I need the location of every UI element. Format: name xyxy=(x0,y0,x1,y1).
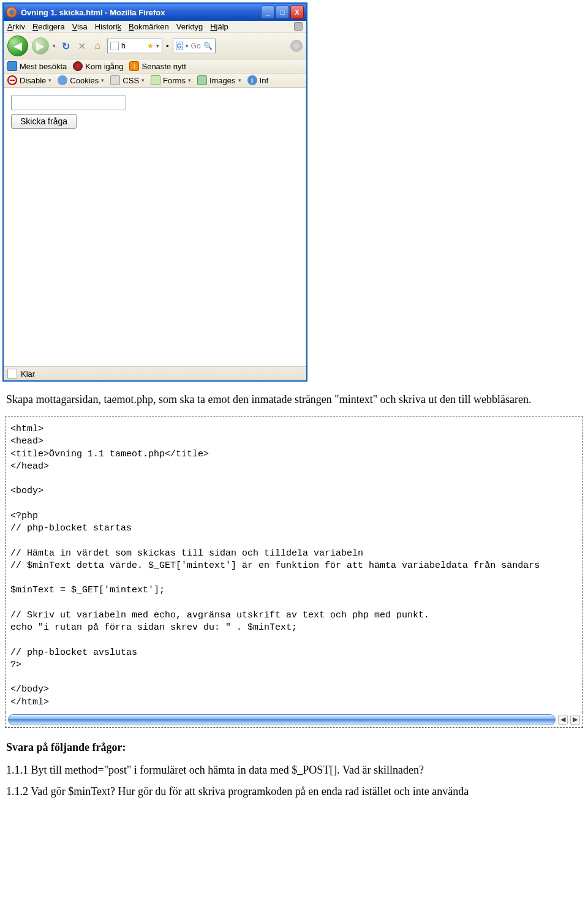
developer-toolbar: Disable ▾ Cookies ▾ CSS ▾ Forms ▾ Images… xyxy=(4,74,306,88)
history-dropdown-icon[interactable]: ▾ xyxy=(53,43,56,49)
questions-heading: Svara på följande frågor: xyxy=(6,741,582,754)
dev-cookies[interactable]: Cookies ▾ xyxy=(58,75,104,85)
code-line: </head> xyxy=(10,461,49,472)
firefox-icon xyxy=(6,7,17,18)
url-bar[interactable]: h ★ ▾ xyxy=(107,39,162,53)
rss-icon: ⌇ xyxy=(129,61,139,71)
menu-redigera[interactable]: Redigera xyxy=(32,22,65,31)
dev-label: CSS xyxy=(123,76,139,85)
question-1: 1.1.1 Byt till method="post" i formuläre… xyxy=(6,764,582,777)
submit-button[interactable]: Skicka fråga xyxy=(11,114,77,129)
code-line: // $minText detta värde. $_GET['mintext'… xyxy=(10,560,540,571)
dev-label: Inf xyxy=(260,76,268,85)
nav-toolbar: ◀ ▶ ▾ ↻ ✕ ⌂ h ★ ▾ • G ▾ Go 🔍 xyxy=(4,33,306,59)
google-icon: G xyxy=(176,42,183,50)
status-text: Klar xyxy=(21,369,35,379)
dev-label: Forms xyxy=(163,76,186,85)
search-bar[interactable]: G ▾ Go 🔍 xyxy=(173,39,216,53)
close-button[interactable]: X xyxy=(290,6,304,19)
user-icon xyxy=(58,75,67,85)
forward-button[interactable]: ▶ xyxy=(32,37,49,55)
bookmark-latest-news[interactable]: ⌇ Senaste nytt xyxy=(129,61,186,71)
document-text: Skapa mottagarsidan, taemot.php, som ska… xyxy=(0,382,588,407)
status-page-icon xyxy=(7,369,17,379)
menu-arkiv[interactable]: Arkiv xyxy=(7,22,25,31)
menu-historik[interactable]: Historik xyxy=(95,22,121,31)
menu-bokmarken[interactable]: Bokmärken xyxy=(129,22,169,31)
code-line: </body> xyxy=(10,684,49,695)
throbber-icon xyxy=(290,40,303,52)
dev-css[interactable]: CSS ▾ xyxy=(110,75,145,85)
search-placeholder: Go xyxy=(191,42,201,50)
scroll-right-button[interactable]: ▶ xyxy=(570,715,580,725)
page-content: Skicka fråga xyxy=(4,88,306,366)
dev-images[interactable]: Images ▾ xyxy=(197,75,241,85)
code-line: </html> xyxy=(10,697,49,707)
code-line: // Hämta in värdet som skickas till sida… xyxy=(10,548,363,559)
dev-label: Images xyxy=(209,76,236,85)
info-icon: i xyxy=(247,75,257,85)
code-line: <?php xyxy=(10,511,38,521)
code-line: <html> xyxy=(10,424,43,434)
menu-verktyg[interactable]: Verktyg xyxy=(176,22,203,31)
code-line: <body> xyxy=(10,486,43,496)
chevron-down-icon: ▾ xyxy=(188,77,191,83)
menubar: Arkiv Redigera Visa Historik Bokmärken V… xyxy=(4,21,306,33)
bookmark-label: Mest besökta xyxy=(20,62,67,71)
url-dropdown-icon[interactable]: ▾ xyxy=(156,43,159,49)
chevron-down-icon: ▾ xyxy=(101,77,104,83)
code-line: // Skriv ut variabeln med echo, avgränsa… xyxy=(10,610,429,620)
intro-paragraph: Skapa mottagarsidan, taemot.php, som ska… xyxy=(6,393,582,407)
statusbar: Klar xyxy=(4,366,306,380)
code-block: <html> <head> <title>Övning 1.1 tameot.p… xyxy=(5,417,583,712)
restore-icon[interactable] xyxy=(294,22,303,31)
bookmark-label: Kom igång xyxy=(85,62,123,71)
code-line: <title>Övning 1.1 tameot.php</title> xyxy=(10,449,209,459)
code-line: $minText = $_GET['mintext']; xyxy=(10,585,165,595)
minimize-button[interactable]: _ xyxy=(261,6,274,19)
images-icon xyxy=(197,75,207,85)
bookmark-getting-started[interactable]: Kom igång xyxy=(73,61,123,71)
mozilla-icon xyxy=(73,61,83,71)
back-button[interactable]: ◀ xyxy=(7,36,28,56)
scrollbar-track[interactable] xyxy=(8,714,556,725)
maximize-button[interactable]: □ xyxy=(276,6,289,19)
code-line: echo "i rutan på förra sidan skrev du: "… xyxy=(10,622,297,633)
bookmark-label: Senaste nytt xyxy=(141,62,186,71)
dev-disable[interactable]: Disable ▾ xyxy=(7,75,51,85)
chevron-down-icon: ▾ xyxy=(48,77,51,83)
page-icon xyxy=(110,42,119,50)
scroll-left-button[interactable]: ◀ xyxy=(558,715,568,725)
dev-label: Cookies xyxy=(70,76,99,85)
bookmark-most-visited[interactable]: Mest besökta xyxy=(7,61,67,71)
search-engine-dropdown-icon[interactable]: ▾ xyxy=(186,43,189,49)
css-icon xyxy=(110,75,120,85)
chevron-down-icon: ▾ xyxy=(238,77,241,83)
forms-icon xyxy=(151,75,160,85)
question-2: 1.1.2 Vad gör $minText? Hur gör du för a… xyxy=(6,785,582,798)
code-line: // php-blocket startas xyxy=(10,523,132,534)
mintext-input[interactable] xyxy=(11,96,126,110)
firefox-window: Övning 1. skicka.html - Mozilla Firefox … xyxy=(2,2,307,382)
folder-icon xyxy=(7,61,17,71)
code-line: ?> xyxy=(10,660,21,670)
reload-button[interactable]: ↻ xyxy=(59,40,72,52)
questions-section: Svara på följande frågor: 1.1.1 Byt till… xyxy=(0,728,588,798)
url-text: h xyxy=(121,42,126,50)
window-title: Övning 1. skicka.html - Mozilla Firefox xyxy=(21,8,261,17)
chevron-down-icon: ▾ xyxy=(141,77,145,83)
code-line: // php-blocket avslutas xyxy=(10,647,137,658)
bookmarks-toolbar: Mest besökta Kom igång ⌇ Senaste nytt xyxy=(4,59,306,74)
horizontal-scrollbar[interactable]: ◀ ▶ xyxy=(5,712,583,728)
titlebar[interactable]: Övning 1. skicka.html - Mozilla Firefox … xyxy=(4,4,306,21)
menu-hjalp[interactable]: Hjälp xyxy=(210,22,228,31)
noentry-icon xyxy=(7,75,17,85)
dev-information[interactable]: i Inf xyxy=(247,75,268,85)
dev-forms[interactable]: Forms ▾ xyxy=(151,75,191,85)
stop-button[interactable]: ✕ xyxy=(75,40,88,52)
menu-visa[interactable]: Visa xyxy=(72,22,88,31)
dev-label: Disable xyxy=(20,76,46,85)
code-line: <head> xyxy=(10,436,43,447)
home-button[interactable]: ⌂ xyxy=(91,40,104,52)
